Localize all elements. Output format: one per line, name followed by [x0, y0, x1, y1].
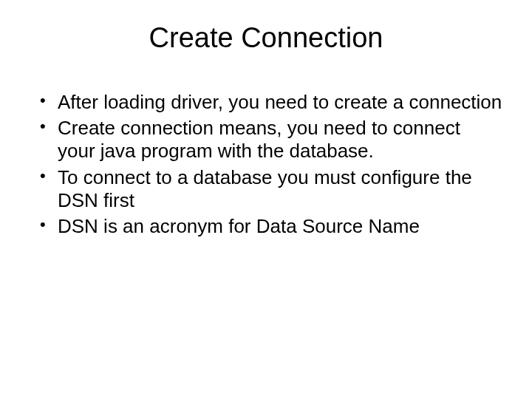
bullet-list: After loading driver, you need to create… — [30, 91, 502, 238]
list-item: To connect to a database you must config… — [37, 166, 502, 212]
list-item: DSN is an acronym for Data Source Name — [37, 215, 502, 238]
list-item: Create connection means, you need to con… — [37, 117, 502, 163]
list-item: After loading driver, you need to create… — [37, 91, 502, 114]
page-title: Create Connection — [30, 22, 502, 54]
